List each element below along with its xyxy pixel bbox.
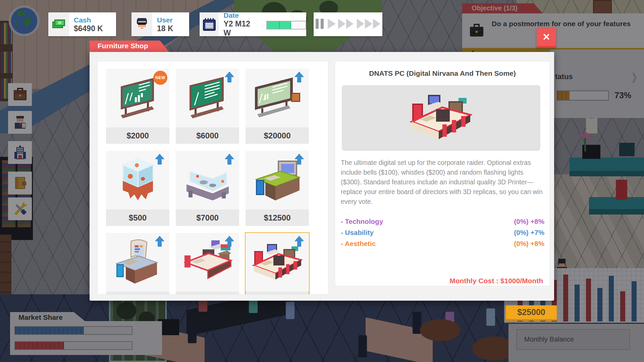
price-strip bbox=[106, 292, 169, 295]
price-strip: $12500 bbox=[246, 209, 309, 226]
pause-icon bbox=[315, 18, 325, 29]
furniture-shop-tab: Furniture Shop bbox=[90, 41, 169, 52]
stat-value: (0%) +7% bbox=[514, 229, 544, 240]
stat-label: - Technology bbox=[341, 218, 383, 229]
shop-item-image bbox=[246, 151, 309, 209]
item-grid-panel: NEW $2000 $6000 $20000 $500 bbox=[97, 61, 328, 295]
shop-item[interactable]: $6000 bbox=[176, 69, 239, 144]
week-progress-divider bbox=[279, 21, 280, 29]
date-value: Y2 M12 W bbox=[223, 19, 257, 38]
fastest-icon bbox=[356, 18, 381, 29]
cash-value: $6490 K bbox=[74, 24, 103, 33]
stat-value: (0%) +8% bbox=[514, 218, 544, 229]
stat-label: - Aesthetic bbox=[341, 240, 376, 251]
item-detail-panel: DNATS PC (Digital Nirvana And Then Some)… bbox=[335, 61, 550, 286]
price-strip: $2000 bbox=[106, 127, 169, 144]
close-icon[interactable]: ✕ bbox=[537, 28, 556, 48]
shop-item[interactable]: $12500 bbox=[246, 151, 309, 226]
pause-button[interactable] bbox=[315, 18, 325, 31]
item-title: DNATS PC (Digital Nirvana And Then Some) bbox=[335, 69, 550, 77]
item-grid: NEW $2000 $6000 $20000 $500 bbox=[106, 69, 309, 295]
item-price: $6000 bbox=[196, 131, 219, 140]
item-description: The ultimate digital set up for the corp… bbox=[341, 158, 544, 206]
speed-controls bbox=[314, 12, 382, 36]
shop-item-image bbox=[106, 151, 169, 209]
price-strip bbox=[176, 292, 239, 295]
stat-row: - Aesthetic (0%) +8% bbox=[341, 240, 544, 251]
user-value: 18 K bbox=[157, 24, 173, 33]
item-price: $12500 bbox=[264, 213, 290, 223]
price-strip: $6000 bbox=[176, 127, 239, 144]
upgrade-arrow-icon bbox=[222, 153, 236, 168]
item-price: $2000 bbox=[126, 131, 149, 140]
new-badge: NEW bbox=[153, 71, 167, 85]
upgrade-arrow-icon bbox=[153, 153, 167, 168]
play-icon bbox=[326, 18, 336, 29]
shop-item[interactable] bbox=[246, 233, 309, 295]
furniture-shop-modal: NEW $2000 $6000 $20000 $500 bbox=[90, 52, 554, 301]
week-progress-track bbox=[266, 21, 306, 29]
date-label: Date bbox=[223, 11, 257, 19]
stat-row: - Usability (0%) +7% bbox=[341, 229, 544, 240]
shop-item-image bbox=[176, 233, 239, 292]
upgrade-arrow-icon bbox=[222, 235, 236, 250]
item-stats: - Technology (0%) +8% - Usability (0%) +… bbox=[341, 218, 544, 251]
play-button[interactable] bbox=[326, 18, 336, 31]
shop-item-image bbox=[246, 233, 309, 292]
item-preview bbox=[342, 85, 540, 151]
upgrade-arrow-icon bbox=[292, 71, 306, 85]
shop-item-image bbox=[106, 233, 169, 292]
date-icon bbox=[200, 12, 219, 36]
shop-item-image bbox=[246, 69, 309, 127]
item-price: $20000 bbox=[264, 131, 290, 140]
user-icon bbox=[131, 12, 152, 36]
stat-row: - Technology (0%) +8% bbox=[341, 218, 544, 229]
shop-item[interactable]: $20000 bbox=[246, 69, 309, 144]
shop-item[interactable]: $7000 bbox=[176, 151, 239, 226]
shop-item[interactable]: NEW $2000 bbox=[106, 69, 169, 144]
user-card: User 18 K bbox=[131, 12, 189, 36]
fast-forward-button[interactable] bbox=[337, 18, 355, 31]
item-price: $500 bbox=[129, 213, 147, 223]
stat-value: (0%) +8% bbox=[514, 240, 544, 251]
game-screen: Objective (1/3) Do a postmortem for one … bbox=[0, 0, 644, 362]
shop-item-image: NEW bbox=[106, 69, 169, 127]
cash-card: Cash $6490 K bbox=[48, 12, 116, 36]
price-strip: $20000 bbox=[246, 127, 309, 144]
price-strip bbox=[246, 292, 309, 295]
shop-item-image bbox=[176, 151, 239, 209]
buy-price-button[interactable]: $25000 bbox=[506, 305, 557, 321]
shop-item-image bbox=[176, 69, 239, 127]
stat-label: - Usability bbox=[341, 229, 374, 240]
upgrade-arrow-icon bbox=[292, 153, 306, 168]
item-price: $7000 bbox=[196, 213, 219, 223]
price-strip: $7000 bbox=[176, 209, 239, 226]
date-card: Date Y2 M12 W bbox=[200, 12, 306, 36]
shop-item[interactable] bbox=[106, 233, 169, 295]
cash-icon bbox=[48, 12, 69, 36]
upgrade-arrow-icon bbox=[222, 71, 236, 85]
dnats-pc-art bbox=[396, 87, 486, 149]
shop-item[interactable]: $500 bbox=[106, 151, 169, 226]
price-strip: $500 bbox=[106, 209, 169, 226]
shop-item[interactable] bbox=[176, 233, 239, 295]
furniture-shop-title: Furniture Shop bbox=[98, 42, 148, 50]
upgrade-arrow-icon bbox=[292, 235, 306, 250]
upgrade-arrow-icon bbox=[153, 235, 167, 250]
monthly-cost: Monthly Cost : $1000/Month bbox=[449, 277, 543, 285]
fastest-button[interactable] bbox=[356, 18, 381, 31]
cash-label: Cash bbox=[74, 16, 103, 24]
user-label: User bbox=[157, 16, 173, 24]
fast-forward-icon bbox=[337, 18, 355, 29]
